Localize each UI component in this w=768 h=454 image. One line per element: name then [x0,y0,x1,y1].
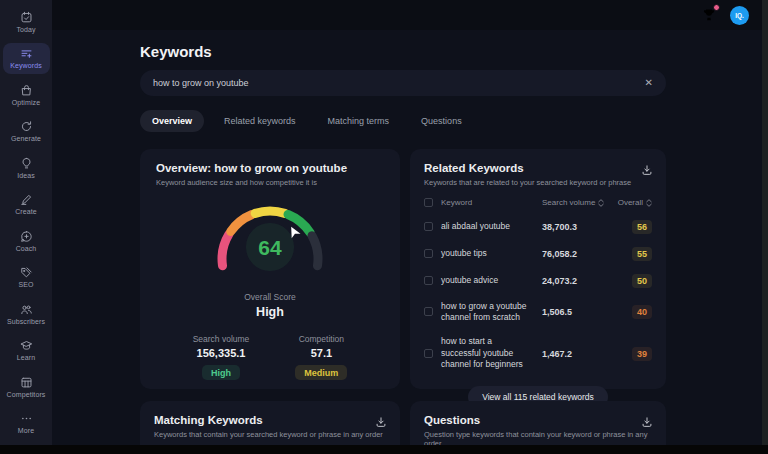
row-search-volume: 24,073.2 [542,276,622,286]
row-keyword: how to start a successful youtube channe… [441,336,542,370]
sidebar: TodayKeywordsOptimizeGenerateIdeasCreate… [0,0,52,445]
related-card-title: Related Keywords [424,162,652,174]
users-icon [20,303,33,316]
row-checkbox[interactable] [424,249,433,258]
row-keyword: youtube advice [441,275,542,286]
overview-card: Overview: how to grow on youtube Keyword… [140,149,400,389]
sidebar-item-coach[interactable]: Coach [3,225,50,256]
table-row[interactable]: ali abdaal youtube38,700.356 [424,213,652,240]
grid-calendar-icon [20,376,33,389]
keyword-search-box: ✕ [140,70,666,96]
tab-related-keywords[interactable]: Related keywords [212,110,308,132]
overall-score-gauge: 64 [156,187,384,291]
overall-score-number: 64 [258,236,282,259]
vidiq-logo[interactable]: IQ. [730,6,749,25]
sidebar-item-learn[interactable]: Learn [3,335,50,366]
trophy-icon[interactable] [701,7,717,23]
sidebar-item-keywords[interactable]: Keywords [3,43,50,74]
row-search-volume: 76,058.2 [542,249,622,259]
overall-score-badge: 50 [632,274,652,288]
overall-score-value: High [156,305,384,319]
sidebar-item-seo[interactable]: SEO [3,262,50,293]
sidebar-item-create[interactable]: Create [3,189,50,220]
row-checkbox[interactable] [424,307,433,316]
sidebar-item-label: SEO [18,281,33,288]
download-icon[interactable] [375,414,387,432]
questions-card-subtitle: Question type keywords that contain your… [424,430,652,445]
clear-search-icon[interactable]: ✕ [645,78,653,88]
tab-overview[interactable]: Overview [140,110,204,132]
sidebar-item-optimize[interactable]: Optimize [3,79,50,110]
stat-search-volume: Search volume156,335.1High [193,334,250,380]
keyword-search-input[interactable] [153,78,645,88]
status-badge: Medium [295,365,347,380]
calendar-check-icon [20,11,33,24]
sidebar-item-more[interactable]: More [3,408,50,439]
pencil-icon [20,193,33,206]
column-overall[interactable]: Overall [618,198,652,207]
related-keywords-card: Related Keywords Keywords that are relat… [410,149,666,389]
chat-plus-icon [20,230,33,243]
table-header: Keyword Search volume Overall [424,187,652,213]
table-row[interactable]: how to grow a youtube channel from scrat… [424,294,652,330]
related-keywords-table: ali abdaal youtube38,700.356youtube tips… [424,213,652,377]
overview-card-title: Overview: how to grow on youtube [156,162,384,174]
download-icon[interactable] [641,162,653,180]
stat-value: 156,335.1 [193,347,250,359]
sidebar-item-label: Generate [11,135,41,142]
page-title: Keywords [140,43,666,60]
stat-label: Competition [295,334,347,344]
sidebar-item-ideas[interactable]: Ideas [3,152,50,183]
sidebar-item-label: Ideas [17,172,35,179]
row-checkbox[interactable] [424,349,433,358]
overall-score-label: Overall Score [156,292,384,302]
gauge-segment-gray [312,236,318,266]
stat-competition: Competition57.1Medium [295,334,347,380]
row-search-volume: 1,506.5 [542,307,622,317]
sidebar-item-generate[interactable]: Generate [3,116,50,147]
row-keyword: ali abdaal youtube [441,221,542,232]
row-checkbox[interactable] [424,222,433,231]
column-keyword: Keyword [441,198,542,207]
sidebar-item-label: Keywords [10,62,42,69]
table-row[interactable]: youtube advice24,073.250 [424,267,652,294]
sidebar-item-today[interactable]: Today [3,6,50,37]
tab-questions[interactable]: Questions [409,110,474,132]
row-checkbox[interactable] [424,276,433,285]
gauge-segment-orange [231,215,252,232]
select-all-checkbox[interactable] [424,198,433,207]
table-row[interactable]: how to start a successful youtube channe… [424,330,652,377]
matching-card-title: Matching Keywords [154,414,386,426]
questions-card-title: Questions [424,414,652,426]
sidebar-item-label: Create [15,208,37,215]
related-card-subtitle: Keywords that are related to your search… [424,178,652,187]
column-search-volume[interactable]: Search volume [542,198,622,207]
gauge-segment-pink [222,234,229,265]
matching-keywords-card: Matching Keywords Keywords that contain … [140,401,400,445]
download-icon[interactable] [641,414,653,432]
overview-card-subtitle: Keyword audience size and how competitiv… [156,178,384,187]
matching-card-subtitle: Keywords that contain your searched keyw… [154,430,386,439]
main-area: Keywords ✕ OverviewRelated keywordsMatch… [52,30,762,445]
sidebar-item-label: More [18,427,34,434]
tab-matching-terms[interactable]: Matching terms [316,110,402,132]
row-search-volume: 1,467.2 [542,349,622,359]
tab-bar: OverviewRelated keywordsMatching termsQu… [140,110,666,132]
sidebar-item-label: Learn [17,354,35,361]
sidebar-item-subscribers[interactable]: Subscribers [3,298,50,329]
graduation-cap-icon [20,339,33,352]
sidebar-item-label: Subscribers [7,318,45,325]
refresh-icon [20,120,33,133]
sidebar-item-label: Coach [16,245,37,252]
stat-label: Search volume [193,334,250,344]
row-keyword: how to grow a youtube channel from scrat… [441,301,542,324]
row-search-volume: 38,700.3 [542,222,622,232]
table-row[interactable]: youtube tips76,058.255 [424,240,652,267]
bag-icon [20,84,33,97]
sort-icon [646,199,652,207]
sidebar-item-competitors[interactable]: Competitors [3,371,50,402]
topbar: IQ. [52,0,762,30]
stat-value: 57.1 [295,347,347,359]
overall-score-badge: 39 [632,347,652,361]
lightbulb-icon [20,157,33,170]
